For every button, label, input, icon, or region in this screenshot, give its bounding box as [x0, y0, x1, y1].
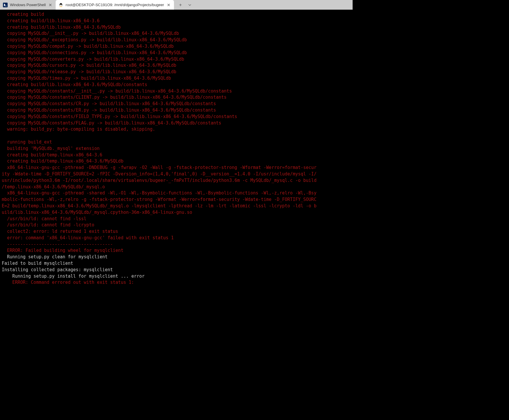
- terminal-line: copying MySQLdb/__init__.py -> build/lib…: [2, 30, 351, 37]
- svg-point-4: [61, 4, 61, 4]
- terminal-line: Running setup.py clean for mysqlclient: [2, 254, 351, 260]
- terminal-line: copying MySQLdb/constants/FIELD_TYPE.py …: [2, 114, 351, 120]
- terminal-line: copying MySQLdb/constants/CLIENT.py -> b…: [2, 94, 351, 101]
- terminal-line: /usr/bin/ld: cannot find -lcrypto: [2, 222, 351, 228]
- terminal-line: error: command 'x86_64-linux-gnu-gcc' fa…: [2, 235, 351, 241]
- terminal-line: mbolic-functions -Wl,-z,relro -g -fstack…: [2, 197, 351, 203]
- terminal-line: collect2: error: ld returned 1 exit stat…: [2, 228, 351, 235]
- terminal-line: copying MySQLdb/constants/__init__.py ->…: [2, 88, 351, 95]
- terminal-line: x86_64-linux-gnu-gcc -pthread -shared -W…: [2, 190, 351, 197]
- terminal-line: creating build: [2, 11, 351, 18]
- dropdown-button[interactable]: [186, 1, 194, 9]
- terminal-line: uild/lib.linux-x86_64-3.6/MySQLdb/_mysql…: [2, 209, 351, 216]
- terminal-line: [2, 133, 351, 139]
- terminal-line: copying MySQLdb/constants/FLAG.py -> bui…: [2, 120, 351, 127]
- terminal-line: copying MySQLdb/constants/CR.py -> build…: [2, 101, 351, 107]
- terminal-line: Failed to build mysqlclient: [2, 260, 351, 267]
- terminal-line: copying MySQLdb/release.py -> build/lib.…: [2, 69, 351, 75]
- tab-actions: +: [174, 1, 194, 9]
- terminal-line: ity -Wdate-time -D_FORTIFY_SOURCE=2 -fPI…: [2, 171, 351, 177]
- terminal-line: /temp.linux-x86_64-3.6/MySQLdb/_mysql.o: [2, 184, 351, 190]
- terminal-line: ----------------------------------------: [2, 241, 351, 248]
- svg-point-6: [60, 6, 61, 7]
- terminal-line: Installing collected packages: mysqlclie…: [2, 267, 351, 273]
- svg-point-7: [61, 6, 62, 7]
- terminal-line: running build_ext: [2, 139, 351, 146]
- terminal-line: creating build/temp.linux-x86_64-3.6: [2, 152, 351, 158]
- close-icon[interactable]: ✕: [48, 3, 53, 7]
- tux-icon: [59, 3, 63, 7]
- tab-bar: Windows PowerShell ✕ root@DESKTOP-SC191O…: [0, 0, 353, 10]
- terminal-line: ERROR: Command errored out with exit sta…: [2, 279, 351, 286]
- terminal-line: creating build/lib.linux-x86_64-3.6: [2, 18, 351, 24]
- powershell-icon: [3, 3, 8, 7]
- tab-linux-terminal[interactable]: root@DESKTOP-SC191O9: /mnt/d/djangoProje…: [56, 0, 174, 10]
- terminal-line: ERROR: Failed building wheel for mysqlcl…: [2, 247, 351, 254]
- terminal-line: warning: build_py: byte-compiling is dis…: [2, 126, 351, 133]
- tab-label: root@DESKTOP-SC191O9: /mnt/d/djangoProje…: [66, 3, 164, 7]
- terminal-line: creating build/temp.linux-x86_64-3.6/MyS…: [2, 158, 351, 165]
- terminal-output[interactable]: creating build creating build/lib.linux-…: [0, 10, 353, 291]
- terminal-line: copying MySQLdb/converters.py -> build/l…: [2, 56, 351, 63]
- close-icon[interactable]: ✕: [166, 3, 171, 7]
- terminal-line: Running setup.py install for mysqlclient…: [2, 273, 351, 280]
- terminal-line: x86_64-linux-gnu-gcc -pthread -DNDEBUG -…: [2, 165, 351, 171]
- tab-powershell[interactable]: Windows PowerShell ✕: [0, 0, 56, 10]
- terminal-line: creating build/lib.linux-x86_64-3.6/MySQ…: [2, 24, 351, 31]
- terminal-line: copying MySQLdb/times.py -> build/lib.li…: [2, 75, 351, 82]
- terminal-line: E=2 build/temp.linux-x86_64-3.6/MySQLdb/…: [2, 203, 351, 209]
- terminal-line: copying MySQLdb/_exceptions.py -> build/…: [2, 37, 351, 43]
- terminal-line: copying MySQLdb/connections.py -> build/…: [2, 50, 351, 56]
- new-tab-button[interactable]: +: [176, 1, 185, 9]
- terminal-line: usr/include/python3.6m -I/root/.local/sh…: [2, 177, 351, 184]
- terminal-line: building 'MySQLdb._mysql' extension: [2, 146, 351, 152]
- svg-point-5: [61, 4, 62, 4]
- terminal-line: /usr/bin/ld: cannot find -lssl: [2, 216, 351, 222]
- tab-label: Windows PowerShell: [10, 3, 46, 7]
- terminal-line: copying MySQLdb/constants/ER.py -> build…: [2, 107, 351, 114]
- terminal-line: copying MySQLdb/compat.py -> build/lib.l…: [2, 43, 351, 50]
- terminal-line: creating build/lib.linux-x86_64-3.6/MySQ…: [2, 82, 351, 88]
- terminal-line: copying MySQLdb/cursors.py -> build/lib.…: [2, 62, 351, 69]
